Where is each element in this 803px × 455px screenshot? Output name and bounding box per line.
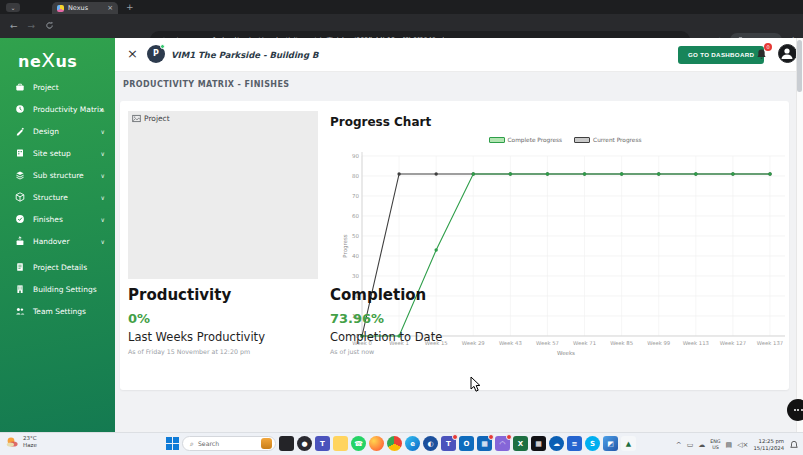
sidebar-item-building-settings[interactable]: Building Settings — [0, 278, 115, 300]
sidebar-item-label: Building Settings — [33, 285, 97, 294]
productivity-label: Last Weeks Productivity — [128, 330, 323, 344]
touch-keyboard-icon[interactable]: ▤ — [726, 441, 733, 449]
notification-bell-icon[interactable]: 0 — [755, 46, 771, 62]
weather-desc: Haze — [23, 442, 37, 449]
sidebar-item-label: Productivity Matrix — [33, 105, 103, 114]
main-content: Project Productivity 0% Last Weeks Produ… — [115, 97, 796, 432]
chat-fab-button[interactable] — [787, 399, 803, 421]
app-logo: neXus — [0, 38, 115, 76]
language-switcher[interactable]: ENG US — [710, 439, 720, 450]
sidebar-item-handover[interactable]: Handover∨ — [0, 230, 115, 252]
notification-center-icon[interactable] — [789, 440, 799, 450]
loop-icon[interactable]: ◠ — [495, 436, 510, 451]
mouse-cursor — [470, 376, 482, 393]
chrome-icon[interactable] — [387, 436, 402, 451]
chevron-down-icon: ∨ — [101, 216, 105, 223]
firefox-icon[interactable] — [369, 436, 384, 451]
search-placeholder: Search — [198, 440, 257, 447]
back-icon[interactable]: ← — [10, 21, 18, 31]
new-tab-button[interactable]: + — [126, 3, 134, 12]
tray-device-icon[interactable]: ▭ — [687, 441, 694, 449]
page-scrollbar[interactable] — [796, 38, 803, 432]
volume-muted-icon[interactable]: ◁× — [737, 441, 748, 449]
completion-asof: As of just now — [330, 348, 530, 355]
svg-text:Week 99: Week 99 — [647, 340, 670, 346]
edge-icon[interactable]: e — [405, 436, 420, 451]
online-status-dot — [160, 44, 165, 49]
teams-icon[interactable]: T — [315, 436, 330, 451]
image-alt-text: Project — [144, 114, 170, 123]
browser-tab[interactable]: Nexus × — [52, 2, 118, 14]
sidebar-item-finishes[interactable]: Finishes∨ — [0, 208, 115, 230]
svg-text:Week 113: Week 113 — [683, 340, 709, 346]
svg-text:90: 90 — [352, 153, 359, 159]
legend-item: Complete Progress — [489, 137, 563, 143]
chart-app-icon[interactable]: ▲ — [621, 436, 636, 451]
sidebar-item-label: Project — [33, 83, 59, 92]
file-explorer-icon[interactable] — [333, 436, 348, 451]
svg-text:40: 40 — [352, 253, 359, 259]
tab-search-button[interactable]: ⌄ — [6, 3, 20, 12]
weather-widget[interactable]: 23°C Haze — [5, 435, 37, 449]
svg-text:Week 71: Week 71 — [573, 340, 596, 346]
teams-badge-icon[interactable]: T — [441, 436, 456, 451]
tab-close-icon[interactable]: × — [107, 4, 113, 12]
search-icon: ⌕ — [190, 440, 194, 448]
weather-icon — [5, 435, 19, 449]
cloud-app-icon[interactable]: ☁ — [549, 436, 564, 451]
close-icon[interactable]: × — [127, 46, 138, 61]
svg-text:80: 80 — [352, 173, 359, 179]
app-header: × P VIM1 The Parkside - Building B GO TO… — [115, 38, 796, 72]
search-daily-icon — [261, 438, 272, 449]
user-avatar[interactable] — [778, 44, 797, 63]
sidebar-item-structure[interactable]: Structure∨ — [0, 186, 115, 208]
tray-cloud-icon[interactable]: ☁ — [698, 441, 705, 449]
browser-circle-icon[interactable]: ◐ — [423, 436, 438, 451]
go-to-dashboard-button[interactable]: GO TO DASHBOARD — [678, 46, 764, 64]
tab-title: Nexus — [68, 4, 103, 12]
chart-legend: Complete ProgressCurrent Progress — [340, 137, 790, 143]
project-image-placeholder: Project — [128, 111, 318, 279]
whatsapp-icon[interactable]: ☎ — [351, 436, 366, 451]
forward-icon[interactable]: → — [28, 21, 36, 31]
pen-icon — [15, 126, 25, 136]
sidebar-item-project[interactable]: Project — [0, 76, 115, 98]
sidebar-item-project-details[interactable]: Project Details — [0, 256, 115, 278]
system-tray: ^ ▭ ☁ ENG US ▤ ◁× 12:25 pm 15/11/2024 — [676, 435, 799, 454]
sidebar-item-label: Site setup — [33, 149, 71, 158]
camera-app-icon[interactable]: ● — [297, 436, 312, 451]
todo-app-icon[interactable]: ≡ — [567, 436, 582, 451]
taskbar-search[interactable]: ⌕ Search — [182, 436, 276, 451]
sidebar-item-sub-structure[interactable]: Sub structure∨ — [0, 164, 115, 186]
page-title-band: PRODUCTIVITY MATRIX - FINISHES — [115, 72, 796, 97]
store-app-icon[interactable]: ▦ — [531, 436, 546, 451]
building-icon — [15, 284, 25, 294]
reload-icon[interactable] — [45, 21, 54, 32]
svg-text:70: 70 — [352, 193, 359, 199]
site-icon — [15, 148, 25, 158]
terminal-icon[interactable] — [279, 436, 294, 451]
chevron-up-icon: ∧ — [101, 106, 105, 113]
sidebar-item-label: Finishes — [33, 215, 63, 224]
svg-text:Progress: Progress — [342, 234, 349, 258]
browser-tabstrip: ⌄ Nexus × + — [0, 0, 803, 14]
windows-taskbar: 23°C Haze ⌕ Search ●T☎e◐TO▦◠X▦☁≡S◩▲ ^ ▭ … — [0, 432, 803, 455]
cube-icon — [15, 192, 25, 202]
outlook-calendar-icon[interactable]: ▦ — [477, 436, 492, 451]
tray-clock[interactable]: 12:25 pm 15/11/2024 — [753, 438, 784, 451]
start-button[interactable] — [165, 437, 179, 451]
hidden-icons-chevron[interactable]: ^ — [676, 441, 682, 449]
favicon-icon — [57, 5, 64, 12]
sidebar-item-team-settings[interactable]: Team Settings — [0, 300, 115, 322]
skype-icon[interactable]: S — [585, 436, 600, 451]
productivity-asof: As of Friday 15 November at 12:20 pm — [128, 348, 323, 355]
outlook-icon[interactable]: O — [459, 436, 474, 451]
sidebar-item-site-setup[interactable]: Site setup∨ — [0, 142, 115, 164]
photos-app-icon[interactable]: ◩ — [603, 436, 618, 451]
document-icon — [15, 262, 25, 272]
svg-text:Week 127: Week 127 — [720, 340, 746, 346]
sidebar-item-productivity-matrix[interactable]: Productivity Matrix∧ — [0, 98, 115, 120]
excel-icon[interactable]: X — [513, 436, 528, 451]
completion-heading: Completion — [330, 286, 530, 304]
sidebar-item-design[interactable]: Design∨ — [0, 120, 115, 142]
